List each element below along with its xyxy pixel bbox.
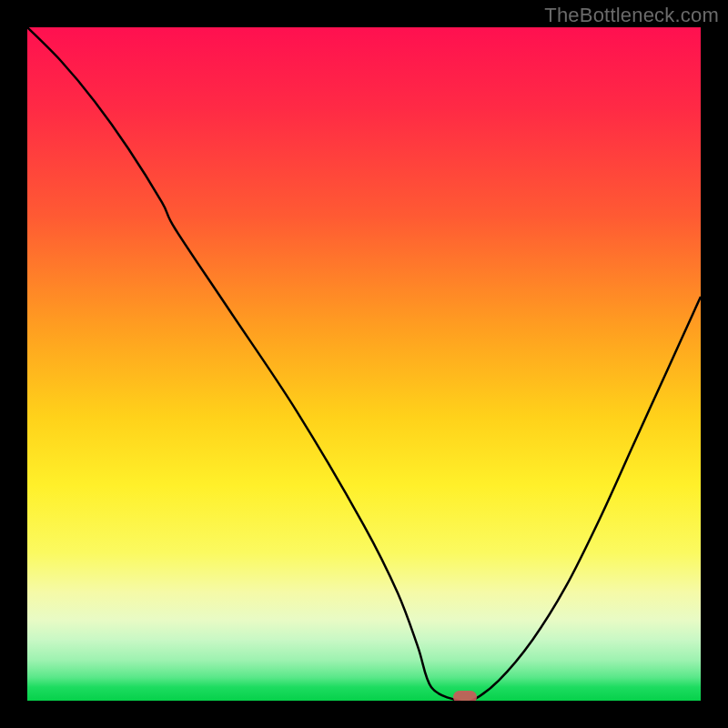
chart-frame: TheBottleneck.com — [0, 0, 728, 728]
curve-path — [27, 27, 701, 701]
bottleneck-curve — [27, 27, 701, 701]
plot-area — [27, 27, 701, 701]
watermark-text: TheBottleneck.com — [544, 4, 719, 27]
optimal-point-marker — [453, 691, 477, 701]
